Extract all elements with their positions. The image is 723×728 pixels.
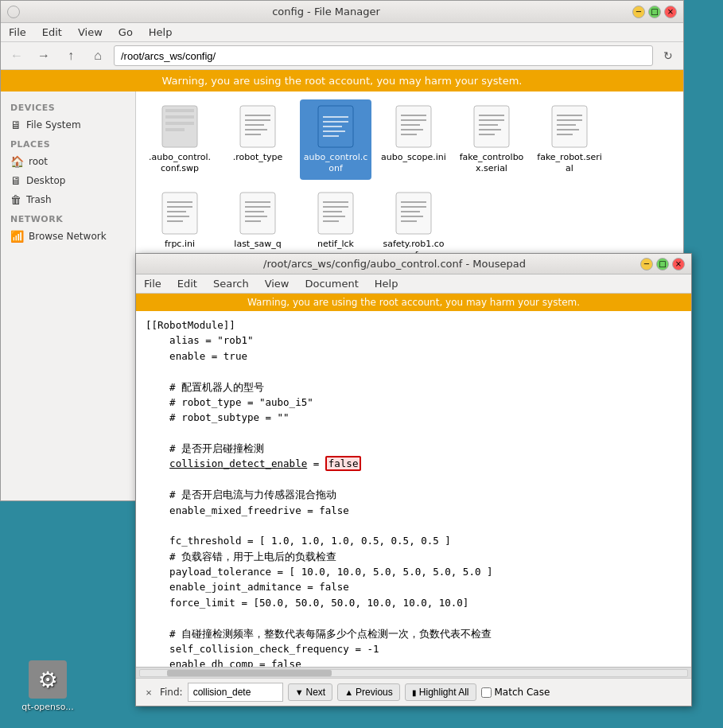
mp-menu-file[interactable]: File: [141, 276, 165, 291]
home-button[interactable]: ⌂: [87, 45, 109, 67]
svg-rect-35: [162, 193, 197, 234]
mp-close-button[interactable]: ×: [672, 258, 685, 271]
next-arrow-icon: ▼: [295, 687, 304, 697]
file-name-label: .robot_type: [233, 152, 283, 163]
svg-rect-2: [165, 115, 194, 119]
file-item[interactable]: .aubo_control.conf.swp: [144, 99, 216, 180]
sidebar-item-root[interactable]: 🏠 root: [1, 152, 135, 171]
root-icon: 🏠: [10, 155, 24, 168]
match-case-checkbox[interactable]: [481, 687, 492, 698]
next-button[interactable]: ▼ Next: [288, 683, 333, 701]
network-icon: 📶: [10, 230, 24, 243]
highlight-all-button[interactable]: ▮ Highlight All: [405, 683, 476, 701]
fm-menu-help[interactable]: Help: [146, 25, 176, 40]
mp-title: /root/arcs_ws/config/aubo_control.conf -…: [149, 258, 640, 270]
mp-menu-search[interactable]: Search: [210, 276, 252, 291]
refresh-button[interactable]: ↻: [658, 45, 678, 66]
mp-menu-bar: File Edit Search View Document Help: [136, 274, 691, 294]
file-name-label: aubo_control.conf: [303, 152, 368, 175]
file-icon: [161, 191, 199, 236]
sidebar-desktop-label: Desktop: [26, 175, 66, 186]
file-icon: [239, 191, 277, 236]
back-button[interactable]: ←: [6, 45, 28, 67]
file-item[interactable]: .robot_type: [222, 99, 293, 180]
fm-menu-view[interactable]: View: [75, 25, 106, 40]
sidebar-item-filesystem[interactable]: 🖥 File System: [1, 115, 135, 134]
desktop-icon-image: ⚙: [29, 660, 67, 699]
mp-warning: Warning, you are using the root account,…: [136, 294, 691, 311]
match-case-label[interactable]: Match Case: [481, 687, 550, 698]
svg-rect-17: [396, 106, 431, 147]
file-item[interactable]: fake_controlbox.serial: [456, 99, 527, 180]
desktop-icon-label: qt-openso...: [21, 702, 74, 712]
desktop-nav-icon: 🖥: [10, 174, 21, 187]
sidebar-item-network[interactable]: 📶 Browse Network: [1, 227, 135, 246]
fm-menu-go[interactable]: Go: [115, 25, 136, 40]
file-item[interactable]: aubo_scope.ini: [378, 99, 449, 180]
find-close-button[interactable]: ×: [142, 686, 155, 699]
horizontal-scrollbar[interactable]: [136, 667, 691, 678]
forward-button[interactable]: →: [33, 45, 55, 67]
desktop-icon-qtopensor[interactable]: ⚙ qt-openso...: [16, 660, 80, 712]
file-icon: [550, 104, 589, 149]
file-name-label: fake_robot.serial: [537, 152, 602, 175]
highlight-all-label: Highlight All: [419, 687, 469, 698]
mousepad-window: /root/arcs_ws/config/aubo_control.conf -…: [135, 253, 692, 707]
match-case-text: Match Case: [495, 687, 550, 698]
file-name-label: aubo_scope.ini: [381, 152, 446, 163]
trash-icon: 🗑: [10, 193, 21, 206]
fm-menu-edit[interactable]: Edit: [39, 25, 65, 40]
svg-rect-4: [165, 128, 185, 131]
scrolltrack[interactable]: [139, 669, 688, 677]
sidebar-filesystem-label: File System: [26, 119, 81, 130]
mp-editor[interactable]: [[RobotModule]] alias = "rob1" enable = …: [136, 311, 691, 667]
mp-maximize-button[interactable]: □: [656, 258, 669, 271]
sidebar: DEVICES 🖥 File System PLACES 🏠 root 🖥 De…: [1, 91, 136, 500]
mp-menu-document[interactable]: Document: [301, 276, 361, 291]
sidebar-places-title: PLACES: [1, 134, 135, 152]
find-label: Find:: [160, 687, 183, 698]
fm-close-button[interactable]: ×: [664, 6, 677, 18]
svg-rect-29: [552, 106, 587, 147]
fm-minimize-button[interactable]: −: [632, 6, 645, 18]
sidebar-network-title: NETWORK: [1, 209, 135, 227]
svg-rect-5: [240, 106, 275, 147]
sidebar-trash-label: Trash: [26, 194, 52, 205]
svg-rect-47: [318, 193, 353, 234]
mp-menu-help[interactable]: Help: [371, 276, 402, 291]
file-icon: [317, 191, 355, 236]
mp-menu-view[interactable]: View: [262, 276, 293, 291]
previous-button[interactable]: ▲ Previous: [337, 683, 400, 701]
underline-text: collision_detect_enable: [169, 457, 307, 469]
mp-minimize-button[interactable]: −: [640, 258, 653, 271]
mp-menu-edit[interactable]: Edit: [174, 276, 200, 291]
file-icon: [161, 104, 199, 149]
sidebar-item-trash[interactable]: 🗑 Trash: [1, 190, 135, 209]
sidebar-network-label: Browse Network: [29, 231, 107, 242]
filesystem-icon: 🖥: [10, 119, 21, 131]
file-item[interactable]: aubo_control.conf: [300, 99, 371, 180]
find-bar: × Find: ▼ Next ▲ Previous ▮ Highlight Al…: [136, 678, 691, 706]
file-icon: [395, 191, 433, 236]
next-label: Next: [306, 687, 326, 698]
sidebar-item-desktop[interactable]: 🖥 Desktop: [1, 171, 135, 190]
previous-label: Previous: [356, 687, 393, 698]
address-bar[interactable]: [114, 45, 653, 66]
highlight-icon: ▮: [412, 688, 417, 697]
fm-maximize-button[interactable]: □: [648, 6, 661, 18]
file-icon: [239, 104, 277, 149]
file-name-label: last_saw_q: [234, 239, 281, 250]
fm-menu-file[interactable]: File: [6, 25, 29, 40]
sidebar-root-label: root: [29, 156, 48, 167]
find-input[interactable]: [188, 683, 283, 702]
fm-window-controls[interactable]: − □ ×: [632, 6, 677, 18]
svg-rect-3: [165, 122, 194, 125]
file-item[interactable]: fake_robot.serial: [534, 99, 605, 180]
file-name-label: fake_controlbox.serial: [459, 152, 524, 175]
mp-window-controls[interactable]: − □ ×: [640, 258, 685, 271]
file-name-label: frpc.ini: [165, 239, 195, 250]
fm-spacer: [7, 6, 20, 18]
scrollthumb[interactable]: [167, 670, 331, 676]
file-icon: [395, 104, 433, 149]
up-button[interactable]: ↑: [60, 45, 82, 67]
